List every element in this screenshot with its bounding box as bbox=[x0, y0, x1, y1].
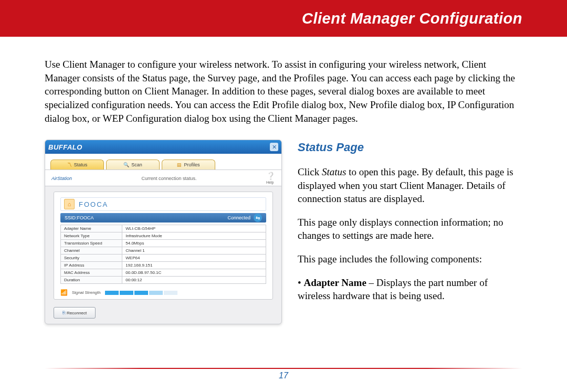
header-band: Client Manager Configuration bbox=[0, 0, 567, 37]
sub-header: AirStation Current connection status. ❔H… bbox=[45, 170, 281, 186]
tab-scan[interactable]: 🔍Scan bbox=[106, 160, 160, 169]
ssid-bar: SSID:FOOCA Connected ⇆ bbox=[60, 213, 266, 223]
table-row: Adapter NameWLI-CB-G54HP bbox=[61, 225, 266, 232]
profile-name: FOOCA bbox=[79, 200, 108, 208]
table-row: Network TypeInfrastructure Mode bbox=[61, 232, 266, 240]
tab-bar: 〽Status 🔍Scan ▤Profiles bbox=[45, 154, 281, 170]
footer: 17 bbox=[0, 368, 567, 380]
home-icon: ⌂ bbox=[64, 199, 75, 209]
help-link[interactable]: ❔Help bbox=[266, 172, 275, 185]
page-title: Client Manager Configuration bbox=[302, 10, 522, 27]
bullet-adapter-name: • Adapter Name – Displays the part numbe… bbox=[298, 276, 522, 303]
profile-row: ⌂ FOOCA bbox=[60, 197, 266, 211]
chart-icon: 〽 bbox=[67, 162, 72, 167]
table-row: Duration00:00:12 bbox=[61, 277, 266, 284]
section-p2: This page only displays connection infor… bbox=[298, 216, 522, 242]
airstation-label: AirStation bbox=[51, 176, 72, 181]
reconnect-button[interactable]: ⎘ Reconnect bbox=[54, 307, 96, 319]
connected-label: Connected bbox=[227, 215, 250, 220]
signal-row: 📶 Signal Strength bbox=[60, 289, 266, 296]
section-title: Status Page bbox=[298, 140, 522, 155]
section-p1: Click Status to open this page. By defau… bbox=[298, 165, 522, 206]
brand-logo: BUFFALO bbox=[48, 143, 82, 151]
status-panel: ⌂ FOOCA SSID:FOOCA Connected ⇆ Adapter N… bbox=[54, 192, 273, 300]
page-body: Use Client Manager to configure your wir… bbox=[0, 37, 567, 324]
table-row: ChannelChannel 1 bbox=[61, 247, 266, 255]
tab-profiles[interactable]: ▤Profiles bbox=[162, 160, 215, 169]
client-manager-screenshot: BUFFALO ✕ 〽Status 🔍Scan ▤Profiles AirSta… bbox=[45, 140, 282, 324]
signal-bars bbox=[105, 291, 177, 295]
page-number: 17 bbox=[0, 371, 567, 380]
help-icon: ❔ bbox=[266, 172, 275, 180]
reconnect-label: Reconnect bbox=[67, 311, 87, 315]
table-row: MAC Address00.0D.0B.97.50.1C bbox=[61, 269, 266, 277]
close-icon[interactable]: ✕ bbox=[270, 143, 278, 151]
footer-rule bbox=[45, 368, 522, 369]
table-row: SecurityWEP64 bbox=[61, 255, 266, 262]
search-icon: 🔍 bbox=[123, 162, 129, 167]
table-row: IP Address192.168.9.151 bbox=[61, 262, 266, 269]
status-table: Adapter NameWLI-CB-G54HP Network TypeInf… bbox=[60, 225, 266, 284]
list-icon: ▤ bbox=[177, 162, 182, 167]
intro-paragraph: Use Client Manager to configure your wir… bbox=[45, 58, 522, 125]
antenna-icon: 📶 bbox=[60, 289, 68, 296]
tab-label: Profiles bbox=[184, 162, 200, 167]
subtitle-text: Current connection status. bbox=[141, 176, 196, 181]
window-titlebar: BUFFALO ✕ bbox=[45, 140, 281, 154]
link-icon: ⇆ bbox=[254, 214, 262, 222]
tab-status[interactable]: 〽Status bbox=[50, 160, 104, 169]
signal-label: Signal Strength bbox=[72, 290, 101, 295]
tab-label: Status bbox=[74, 162, 88, 167]
right-column: Status Page Click Status to open this pa… bbox=[298, 140, 522, 324]
plug-icon: ⎘ bbox=[62, 310, 65, 315]
table-row: Transmission Speed54.0Mbps bbox=[61, 240, 266, 247]
ssid-label: SSID:FOOCA bbox=[65, 215, 94, 220]
tab-label: Scan bbox=[131, 162, 142, 167]
section-p3: This page includes the following compone… bbox=[298, 252, 522, 266]
